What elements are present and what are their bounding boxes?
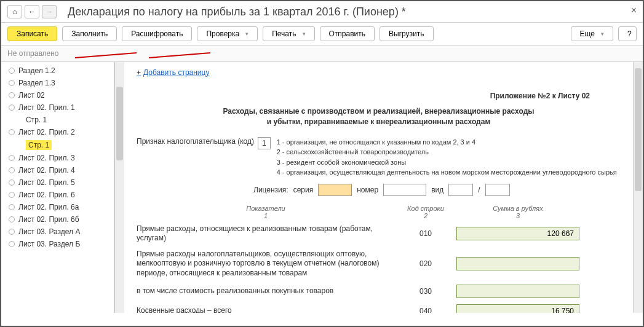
line-code: 010 — [395, 229, 456, 238]
line-value-input[interactable] — [456, 227, 579, 240]
tree-item-label: Раздел 1.2 — [18, 66, 55, 75]
help-button[interactable]: ? — [618, 26, 637, 41]
tree-item-label: Лист 02. Прил. 6б — [18, 215, 79, 224]
window-title: Декларация по налогу на прибыль за 1 ква… — [68, 6, 406, 18]
line-value-cell — [456, 257, 579, 270]
col3-label: Сумма в рублях — [456, 205, 579, 212]
tree-item[interactable]: Стр. 1 — [1, 114, 114, 126]
document-area: Добавить страницу Приложение №2 к Листу … — [124, 62, 633, 313]
print-button[interactable]: Печать — [263, 26, 314, 41]
send-button[interactable]: Отправить — [320, 26, 375, 41]
tree-item-label: Стр. 1 — [26, 116, 47, 124]
decipher-button[interactable]: Расшифровать — [122, 26, 192, 41]
license-type-input-2[interactable] — [485, 184, 510, 196]
tree-item[interactable]: Лист 02 — [1, 89, 114, 101]
tree-item-label: Лист 02. Прил. 6а — [18, 203, 79, 211]
doc-scrollbar[interactable] — [633, 62, 643, 313]
tree-toggle-icon[interactable] — [9, 68, 15, 74]
fill-button[interactable]: Заполнить — [62, 26, 117, 41]
more-button[interactable]: Еще — [571, 26, 613, 41]
tree-toggle-icon[interactable] — [9, 167, 15, 173]
tree-item[interactable]: Раздел 1.3 — [1, 77, 114, 89]
tree-item-label: Лист 02. Прил. 6 — [18, 191, 75, 199]
line-value-cell — [456, 227, 579, 240]
tree-item-label: Лист 02. Прил. 5 — [18, 178, 75, 187]
license-label: Лицензия: — [253, 186, 288, 194]
tree-toggle-icon[interactable] — [9, 241, 15, 247]
tree-item[interactable]: Лист 03. Раздел А — [1, 226, 114, 238]
forward-button[interactable]: → — [42, 5, 57, 18]
line-value-cell — [456, 304, 579, 313]
tree-item-label: Лист 02. Прил. 2 — [18, 128, 75, 136]
tree-item[interactable]: Лист 02. Прил. 2 — [1, 126, 114, 138]
sidebar: Раздел 1.2Раздел 1.3Лист 02Лист 02. Прил… — [1, 62, 114, 313]
license-number-input[interactable] — [383, 184, 426, 196]
tree-item[interactable]: Лист 02. Прил. 5 — [1, 176, 114, 189]
appendix-header: Приложение №2 к Листу 02 — [137, 92, 590, 100]
line-label: Косвенные расходы – всего — [137, 306, 395, 313]
check-button[interactable]: Проверка — [197, 26, 258, 41]
data-line: Косвенные расходы – всего040 — [137, 304, 621, 313]
license-series-label: серия — [293, 186, 314, 194]
tree-item[interactable]: Лист 02. Прил. 3 — [1, 152, 114, 164]
export-button[interactable]: Выгрузить — [380, 26, 434, 41]
line-label: Прямые расходы налогоплательщиков, осуще… — [137, 250, 395, 278]
data-line: Прямые расходы, относящиеся к реализован… — [137, 224, 621, 243]
code-note: 3 - резидент особой экономической зоны — [277, 157, 617, 168]
add-page-link[interactable]: Добавить страницу — [137, 68, 209, 77]
tree-item-label: Лист 02 — [18, 91, 45, 100]
license-series-input[interactable] — [318, 184, 352, 196]
tree-toggle-icon[interactable] — [9, 229, 15, 235]
tree-item[interactable]: Лист 02. Прил. 6 — [1, 189, 114, 201]
tree-toggle-icon[interactable] — [9, 129, 15, 135]
back-button[interactable]: ← — [25, 5, 39, 18]
status-text: Не отправлено — [1, 45, 643, 62]
tree-item[interactable]: Лист 02. Прил. 4 — [1, 164, 114, 176]
taxpayer-code[interactable]: 1 — [258, 137, 271, 149]
taxpayer-label: Признак налогоплательщика (код) — [137, 137, 254, 146]
col2-num: 2 — [395, 212, 456, 219]
close-button[interactable]: × — [631, 5, 637, 16]
license-type-input-1[interactable] — [448, 184, 473, 196]
line-value-input[interactable] — [456, 304, 579, 313]
col2-label: Код строки — [395, 205, 456, 212]
tree-item[interactable]: Лист 03. Раздел Б — [1, 238, 114, 250]
doc-title: Расходы, связанные с производством и реа… — [137, 106, 621, 127]
license-type-label: вид — [431, 186, 443, 194]
line-label: Прямые расходы, относящиеся к реализован… — [137, 224, 395, 243]
tree-item-label: Лист 03. Раздел Б — [18, 240, 80, 248]
tree-item-label: Лист 02. Прил. 4 — [18, 166, 75, 175]
license-number-label: номер — [357, 186, 378, 194]
tree-item[interactable]: Стр. 1 — [1, 138, 114, 152]
column-headers: Показатели1 Код строки2 Сумма в рублях3 — [137, 205, 621, 219]
tree-toggle-icon[interactable] — [9, 80, 15, 86]
license-row: Лицензия: серия номер вид / — [253, 184, 621, 196]
tree-item[interactable]: Лист 02. Прил. 1 — [1, 101, 114, 114]
tree-toggle-icon[interactable] — [9, 216, 15, 223]
line-value-cell — [456, 285, 579, 298]
tree-item[interactable]: Лист 02. Прил. 6б — [1, 213, 114, 226]
line-code: 030 — [395, 287, 456, 296]
license-slash: / — [478, 186, 480, 194]
tree-toggle-icon[interactable] — [9, 192, 15, 198]
tree-item[interactable]: Раздел 1.2 — [1, 65, 114, 77]
tree-toggle-icon[interactable] — [9, 104, 15, 111]
col1-label: Показатели — [137, 205, 395, 212]
tree-item-label: Лист 02. Прил. 1 — [18, 103, 75, 112]
tree-item[interactable]: Лист 02. Прил. 6а — [1, 201, 114, 213]
toolbar: Записать Заполнить Расшифровать Проверка… — [1, 23, 643, 45]
tree-toggle-icon[interactable] — [9, 204, 15, 210]
line-value-input[interactable] — [456, 257, 579, 270]
home-button[interactable]: ⌂ — [7, 5, 22, 18]
tree-toggle-icon[interactable] — [9, 155, 15, 161]
code-note: 2 - сельскохозяйственный товаропроизводи… — [277, 147, 617, 157]
line-code: 040 — [395, 307, 456, 313]
sidebar-scrollbar[interactable] — [114, 62, 124, 313]
doc-title-line2: и убытки, приравниваемые к внереализацио… — [137, 117, 621, 127]
line-value-input[interactable] — [456, 285, 579, 298]
tree-toggle-icon[interactable] — [9, 179, 15, 186]
tree-toggle-icon[interactable] — [9, 92, 15, 98]
line-label: в том числе стоимость реализованных поку… — [137, 286, 395, 296]
line-code: 020 — [395, 259, 456, 268]
save-button[interactable]: Записать — [7, 26, 57, 41]
